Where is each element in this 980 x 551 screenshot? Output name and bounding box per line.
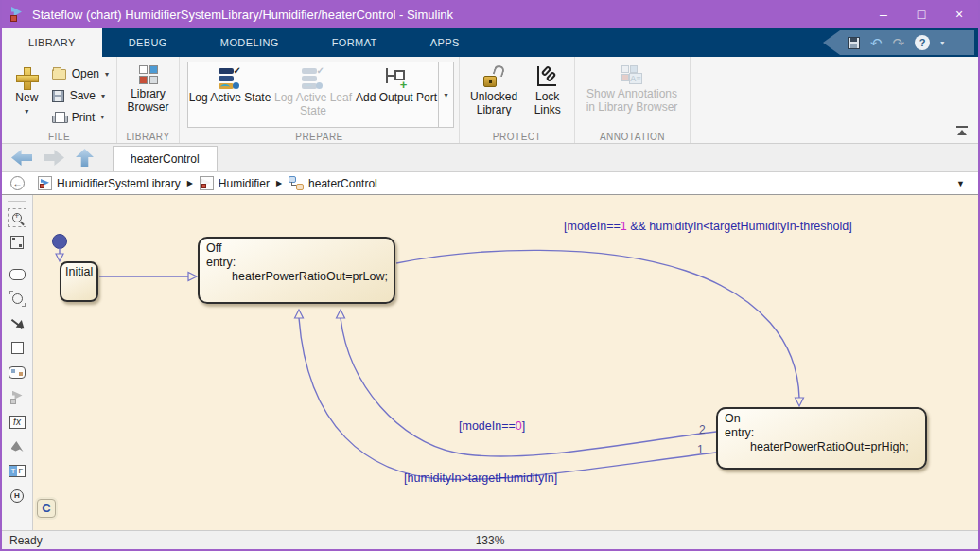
tab-debug[interactable]: DEBUG [102, 28, 194, 57]
print-button[interactable]: Print ▾ [52, 106, 109, 128]
default-transition[interactable] [53, 235, 67, 262]
breadcrumb-separator-icon: ▶ [187, 179, 193, 187]
stateflow-app-icon [9, 7, 25, 22]
transition-label-humidity[interactable]: [humidityIn>targetHumidityIn] [404, 471, 557, 485]
collapse-ribbon-icon[interactable] [955, 126, 969, 135]
breadcrumb-item-library[interactable]: HumidifierSystemLibrary [38, 176, 181, 190]
transition-off-to-on[interactable] [396, 250, 804, 406]
show-annotations-icon: A≡ [621, 65, 642, 84]
qat-dropdown-caret[interactable]: ▾ [940, 39, 944, 47]
transition-label-off-to-on[interactable]: [modeIn==1 && humidityIn<targetHumidityI… [564, 220, 852, 233]
tab-library[interactable]: LIBRARY [2, 28, 102, 57]
library-browser-button[interactable]: Library Browser [125, 62, 171, 128]
open-label: Open [72, 67, 99, 80]
save-button[interactable]: Save ▾ [52, 85, 109, 107]
prepare-gallery-caret[interactable]: ▾ [438, 62, 453, 127]
minimize-button[interactable]: – [865, 0, 902, 28]
state-on-action: heaterPowerRatioOut=prHigh; [725, 440, 919, 454]
unlocked-library-button[interactable]: Unlocked Library [467, 62, 520, 128]
breadcrumb-separator-icon: ▶ [276, 179, 282, 187]
breadcrumb-item-heatercontrol[interactable]: heaterControl [289, 176, 377, 190]
box-tool-icon[interactable] [5, 337, 29, 359]
tool-palette: fx TF H [2, 195, 33, 530]
show-annotations-button[interactable]: A≡ Show Annotations in Library Browser [583, 62, 681, 128]
library-section-label: LIBRARY [117, 132, 179, 142]
state-initial-name: Initial [65, 265, 93, 279]
print-icon [52, 112, 66, 123]
transition-on-to-off-mode[interactable] [337, 310, 717, 456]
file-buttons: Open ▾ Save ▾ Print ▾ [52, 62, 109, 128]
back-icon[interactable] [11, 150, 32, 166]
link-tool-icon[interactable] [5, 386, 29, 408]
transition-label-mode[interactable]: [modeIn==0] [459, 419, 525, 433]
protect-section-label: PROTECT [460, 132, 574, 142]
zoom-in-icon[interactable] [5, 206, 29, 228]
transition-priority-2: 2 [699, 423, 706, 436]
transition-on-to-off-humidity[interactable] [295, 310, 717, 479]
log-active-leaf-state-button[interactable]: ✓ Log Active Leaf State [271, 62, 355, 127]
open-icon [52, 69, 66, 80]
forward-icon[interactable] [44, 150, 64, 166]
prepare-gallery: ✓ Log Active State ✓ Log Active Leaf Sta… [187, 62, 454, 128]
state-initial[interactable]: Initial [60, 261, 98, 302]
lock-links-button[interactable]: Lock Links [528, 62, 567, 128]
show-annotations-label: Show Annotations in Library Browser [583, 87, 681, 114]
simulink-function-tool-icon[interactable] [5, 435, 29, 457]
fit-to-view-icon[interactable] [5, 231, 29, 253]
unlocked-padlock-icon [482, 65, 505, 88]
log-active-leaf-state-label: Log Active Leaf State [271, 91, 355, 117]
section-prepare: ✓ Log Active State ✓ Log Active Leaf Sta… [180, 57, 460, 143]
breadcrumb-back-icon[interactable]: ← [10, 176, 25, 190]
transition-tool-icon[interactable] [5, 312, 29, 334]
save-caret[interactable]: ▾ [101, 92, 105, 100]
redo-icon[interactable]: ↷ [893, 36, 905, 50]
tab-heatercontrol[interactable]: heaterControl [113, 146, 218, 171]
print-caret[interactable]: ▾ [100, 113, 104, 121]
breadcrumb-item-humidifier[interactable]: Humidifier [200, 176, 270, 190]
tab-format[interactable]: FORMAT [306, 28, 404, 57]
subchart-tool-icon[interactable] [5, 362, 29, 383]
new-button[interactable]: New ▾ [9, 62, 44, 128]
help-icon[interactable]: ? [915, 35, 930, 50]
chart-icon [289, 176, 304, 190]
add-output-port-icon: + [385, 66, 408, 89]
truth-table-tool-icon[interactable]: TF [5, 460, 29, 482]
history-junction-tool-icon[interactable]: H [5, 485, 29, 507]
log-active-state-label: Log Active State [189, 91, 271, 104]
undo-icon[interactable]: ↶ [870, 36, 883, 50]
state-off-entry: entry: [206, 256, 387, 270]
maximize-button[interactable]: □ [902, 0, 940, 28]
tab-modeling[interactable]: MODELING [194, 28, 306, 57]
state-tool-icon[interactable] [5, 263, 29, 285]
state-on[interactable]: On entry: heaterPowerRatioOut=prHigh; [716, 407, 927, 470]
save-icon[interactable] [848, 37, 860, 49]
stateflow-library-icon [38, 176, 52, 190]
save-file-icon [52, 90, 64, 102]
log-active-state-button[interactable]: ✓ Log Active State [188, 62, 271, 127]
close-button[interactable]: × [940, 0, 978, 28]
c-action-language-badge[interactable]: C [37, 499, 56, 518]
new-caret[interactable]: ▾ [25, 107, 28, 116]
open-button[interactable]: Open ▾ [52, 63, 109, 85]
junction-tool-icon[interactable] [5, 288, 29, 310]
add-output-port-button[interactable]: + Add Output Port [355, 62, 438, 127]
transition-initial-to-off[interactable] [99, 273, 197, 281]
breadcrumb-library-label: HumidifierSystemLibrary [57, 177, 181, 190]
state-off[interactable]: Off entry: heaterPowerRatioOut=prLow; [198, 237, 395, 304]
navigation-bar: heaterControl [2, 144, 978, 172]
subsystem-icon [200, 176, 214, 190]
new-label: New [15, 91, 38, 104]
ribbon-tab-bar: LIBRARY DEBUG MODELING FORMAT APPS ↶ ↷ ?… [2, 28, 978, 57]
breadcrumb-humidifier-label: Humidifier [219, 177, 270, 190]
quick-access-toolbar: ↶ ↷ ? ▾ [823, 30, 974, 55]
breadcrumb-dropdown-icon[interactable]: ▼ [956, 179, 965, 188]
stateflow-canvas[interactable]: Initial Off entry: heaterPowerRatioOut=p… [33, 195, 978, 530]
titlebar: Stateflow (chart) HumidifierSystemLibrar… [2, 0, 978, 28]
section-library: Library Browser LIBRARY [117, 57, 180, 143]
transition-priority-1: 1 [697, 443, 704, 456]
open-caret[interactable]: ▾ [105, 70, 109, 79]
tab-apps[interactable]: APPS [404, 28, 486, 57]
section-file: New ▾ Open ▾ Save ▾ Print ▾ [2, 57, 117, 143]
up-to-parent-icon[interactable] [76, 149, 94, 167]
matlab-function-tool-icon[interactable]: fx [5, 411, 29, 433]
